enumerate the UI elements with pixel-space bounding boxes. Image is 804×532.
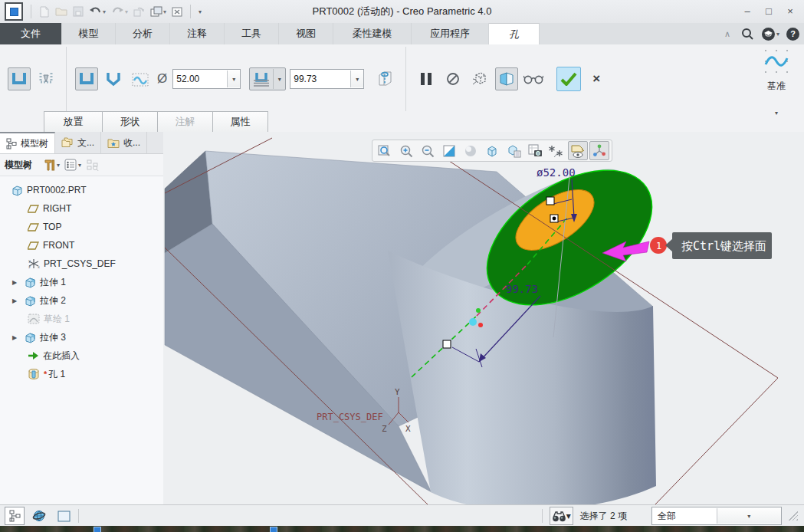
window-dropdown-icon[interactable]: ▾ xyxy=(163,8,166,15)
filter-dropdown-icon[interactable]: ▾ xyxy=(717,508,782,524)
sketch-hole-button[interactable] xyxy=(129,67,152,90)
shaded-preview-button[interactable] xyxy=(495,67,518,90)
datum-group-label[interactable]: 基准 xyxy=(753,80,799,93)
verify-glasses-icon[interactable] xyxy=(522,67,545,90)
depth-input[interactable] xyxy=(290,71,350,87)
selection-filter-combo[interactable]: 全部 ▾ xyxy=(651,507,782,525)
save-icon[interactable] xyxy=(73,6,84,17)
tab-flexible-modeling[interactable]: 柔性建模 xyxy=(333,23,412,44)
navigator-toggle-button[interactable] xyxy=(5,507,25,525)
tab-shape[interactable]: 形状 xyxy=(102,111,157,133)
tab-annotate[interactable]: 注释 xyxy=(170,23,225,44)
web-browser-button[interactable] xyxy=(29,507,49,525)
tab-tools[interactable]: 工具 xyxy=(225,23,279,44)
graphics-area[interactable]: ø52.00 99.73 Y Z X PRT_CSYS_DEF xyxy=(163,132,804,504)
tab-model[interactable]: 模型 xyxy=(62,23,116,44)
drag-handle-depth[interactable] xyxy=(443,340,451,348)
datum-display-icon[interactable] xyxy=(546,141,566,160)
regenerate-icon[interactable] xyxy=(133,6,145,18)
learning-connector-icon[interactable] xyxy=(762,28,775,41)
tab-folder-browser[interactable]: 文... xyxy=(55,132,101,153)
tab-model-tree[interactable]: 模型树 xyxy=(0,132,55,153)
tree-item-extrude-2[interactable]: ▶ 拉伸 2 xyxy=(0,291,163,310)
tree-item-csys[interactable]: yzx PRT_CSYS_DEF xyxy=(0,255,163,273)
tree-item-extrude-1[interactable]: ▶ 拉伸 1 xyxy=(0,273,163,291)
zoom-in-icon[interactable] xyxy=(396,141,416,160)
tab-hole[interactable]: 孔 xyxy=(489,23,540,45)
cancel-button[interactable]: × xyxy=(585,67,608,90)
no-preview-button[interactable] xyxy=(441,67,464,90)
window-switch-icon[interactable]: ▾ xyxy=(150,6,166,17)
full-screen-button[interactable] xyxy=(54,507,74,525)
tab-analysis[interactable]: 分析 xyxy=(116,23,170,44)
tree-item-extrude-3[interactable]: ▶ 拉伸 3 xyxy=(0,328,163,346)
diameter-combo[interactable]: ▾ xyxy=(172,69,241,89)
v-bottom-hole-button[interactable] xyxy=(102,67,125,90)
drill-axis-button[interactable] xyxy=(374,67,397,90)
tree-item-insert-here[interactable]: 在此插入 xyxy=(0,346,163,365)
depth-combo[interactable]: ▾ xyxy=(290,69,364,89)
qat-customize-icon[interactable]: ▾ xyxy=(199,8,202,15)
capture-image-icon[interactable] xyxy=(525,141,545,160)
spin-center-icon[interactable] xyxy=(589,141,609,160)
tree-settings-button[interactable]: ▾ xyxy=(64,159,81,171)
resize-grip[interactable] xyxy=(789,511,798,521)
display-style-icon[interactable] xyxy=(482,141,502,160)
datum-icon[interactable] xyxy=(763,48,790,75)
tab-file[interactable]: 文件 xyxy=(0,23,62,44)
undo-dropdown-icon[interactable]: ▾ xyxy=(103,8,106,15)
flat-bottom-hole-button[interactable] xyxy=(75,67,98,90)
datum-group-dropdown-icon[interactable]: ▾ xyxy=(753,110,799,117)
expand-icon[interactable]: ▶ xyxy=(12,297,20,304)
undo-icon[interactable]: ▾ xyxy=(89,6,106,17)
ribbon-collapse-icon[interactable]: ∧ xyxy=(720,27,734,41)
expand-icon[interactable]: ▶ xyxy=(12,334,20,341)
depth-dropdown-icon[interactable]: ▾ xyxy=(350,71,363,87)
tree-item-sketch-1[interactable]: 草绘 1 xyxy=(0,310,163,328)
zoom-out-icon[interactable] xyxy=(418,141,438,160)
redo-icon[interactable]: ▾ xyxy=(111,6,128,17)
annotation-display-icon[interactable] xyxy=(568,141,588,160)
saved-views-icon[interactable] xyxy=(504,141,523,160)
tab-applications[interactable]: 应用程序 xyxy=(412,23,489,44)
app-icon[interactable] xyxy=(5,2,23,21)
diameter-input[interactable] xyxy=(173,71,227,87)
shading-style-icon[interactable] xyxy=(461,141,481,160)
open-file-icon[interactable] xyxy=(55,6,67,17)
depth-option-button[interactable]: ▾ xyxy=(249,67,286,90)
help-icon[interactable]: ? xyxy=(786,28,799,41)
csys-label[interactable]: PRT_CSYS_DEF xyxy=(317,412,383,422)
tab-view[interactable]: 视图 xyxy=(279,23,333,44)
simple-hole-button[interactable] xyxy=(8,67,31,90)
new-file-icon[interactable] xyxy=(39,6,50,18)
learning-dropdown-icon[interactable]: ▾ xyxy=(776,31,779,38)
tab-placement[interactable]: 放置 xyxy=(44,111,102,133)
expand-icon[interactable]: ▶ xyxy=(12,279,20,286)
diameter-dropdown-icon[interactable]: ▾ xyxy=(227,71,240,87)
tab-properties[interactable]: 属性 xyxy=(212,111,268,133)
depth-option-dropdown-icon[interactable]: ▾ xyxy=(273,69,285,89)
pause-button[interactable] xyxy=(415,67,438,90)
tree-tools-button[interactable]: ▾ xyxy=(43,159,60,172)
tree-item-right-plane[interactable]: RIGHT xyxy=(0,199,163,218)
redo-dropdown-icon[interactable]: ▾ xyxy=(125,8,128,15)
tree-item-top-plane[interactable]: TOP xyxy=(0,218,163,236)
drag-handle-diameter[interactable] xyxy=(546,197,554,205)
tree-item-front-plane[interactable]: FRONT xyxy=(0,236,163,255)
close-button[interactable]: × xyxy=(779,3,801,20)
ok-button[interactable] xyxy=(556,67,581,91)
tab-favorites[interactable]: 收... xyxy=(101,132,147,153)
tree-item-hole-1[interactable]: * 孔 1 xyxy=(0,365,163,383)
refit-icon[interactable] xyxy=(439,141,459,160)
zoom-region-icon[interactable] xyxy=(375,141,395,160)
wireframe-preview-button[interactable] xyxy=(468,67,491,90)
axis-point-cyan[interactable] xyxy=(469,318,477,326)
find-dropdown-icon[interactable]: ▾ xyxy=(566,511,571,521)
find-button[interactable]: ▾ xyxy=(550,507,573,525)
tree-item-part[interactable]: PRT0002.PRT xyxy=(0,181,163,199)
standard-hole-button[interactable] xyxy=(34,67,57,90)
minimize-button[interactable]: – xyxy=(737,3,758,20)
maximize-button[interactable]: □ xyxy=(758,3,779,20)
close-window-icon[interactable] xyxy=(172,7,182,17)
search-icon[interactable] xyxy=(741,27,755,41)
